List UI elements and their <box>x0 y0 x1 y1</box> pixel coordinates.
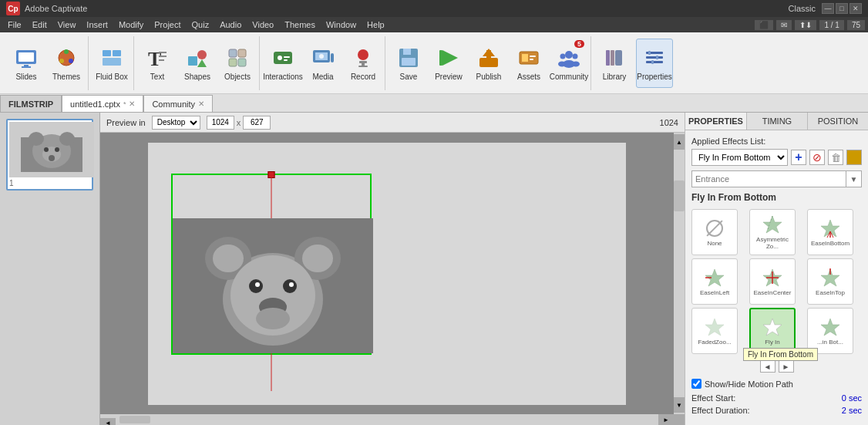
canvas-hscrollbar[interactable]: ◄ ► <box>100 414 674 425</box>
svg-text:T: T <box>148 48 161 70</box>
svg-point-68 <box>55 147 59 152</box>
assets-icon <box>516 46 541 70</box>
effect-fadedzoom[interactable]: FadedZoo... <box>691 308 738 354</box>
menu-modify[interactable]: Modify <box>114 19 148 31</box>
menu-themes[interactable]: Themes <box>280 19 320 31</box>
entrance-arrow[interactable]: ▼ <box>846 170 862 187</box>
fluidbox-icon <box>99 46 124 70</box>
effects-select[interactable]: Fly In From Bottom <box>691 149 788 166</box>
folder-effect-button[interactable] <box>846 150 862 165</box>
flyinfrombot-label: Fly In <box>765 339 780 346</box>
themes-button[interactable]: Themes <box>48 39 85 88</box>
easeinbottom-label: EaseInBottom <box>811 241 849 248</box>
minimize-button[interactable]: — <box>822 3 834 14</box>
effect-inbot[interactable]: ...in Bot... <box>807 308 853 354</box>
properties-button[interactable]: Properties <box>636 39 673 88</box>
record-label: Record <box>351 73 375 81</box>
delete-effect-button[interactable]: 🗑 <box>828 150 843 165</box>
canvas-vscrollbar[interactable]: ▲ ▼ <box>674 133 685 414</box>
tab-properties[interactable]: PROPERTIES <box>685 113 747 130</box>
slides-button[interactable]: Slides <box>8 39 45 88</box>
menu-project[interactable]: Project <box>150 19 185 31</box>
media-label: Media <box>312 73 333 81</box>
easeinleft-icon <box>704 267 725 288</box>
entrance-input[interactable] <box>691 170 846 187</box>
menu-video[interactable]: Video <box>247 19 278 31</box>
effects-nav-right[interactable]: ► <box>779 360 794 373</box>
tab-untitled1[interactable]: untitled1.cptx * ✕ <box>62 95 143 112</box>
effects-nav-left[interactable]: ◄ <box>760 360 775 373</box>
save-icon <box>396 46 421 70</box>
selected-object[interactable] <box>171 174 372 355</box>
svg-rect-25 <box>284 59 288 61</box>
easeintop-icon <box>819 267 841 288</box>
svg-point-30 <box>358 49 368 60</box>
objects-icon <box>225 46 250 70</box>
effect-duration-value[interactable]: 2 sec <box>842 406 862 415</box>
record-button[interactable]: Record <box>345 39 382 88</box>
effect-easeincenter[interactable]: EaseInCenter <box>749 258 796 305</box>
media-button[interactable]: Media <box>304 39 341 88</box>
effect-title: Fly In From Bottom <box>691 192 862 203</box>
community-label: Community <box>550 73 589 81</box>
effect-easeinleft[interactable]: EaseInLeft <box>691 258 738 305</box>
easeincenter-icon <box>762 267 783 288</box>
text-button[interactable]: T Text <box>139 39 176 88</box>
svg-rect-52 <box>606 50 610 66</box>
preview-button[interactable]: Preview <box>430 39 467 88</box>
library-button[interactable]: Library <box>596 39 633 88</box>
panel-tabs: PROPERTIES TIMING POSITION <box>685 113 868 130</box>
tab-close-untitled1[interactable]: ✕ <box>129 100 135 108</box>
motion-path-checkbox[interactable] <box>691 379 701 389</box>
toolbar: Slides Themes Flui <box>0 32 868 94</box>
add-effect-button[interactable]: + <box>791 150 806 165</box>
slides-label: Slides <box>15 73 36 81</box>
assets-button[interactable]: Assets <box>510 39 547 88</box>
shapes-label: Shapes <box>184 73 210 81</box>
svg-rect-54 <box>615 50 622 66</box>
preview-mode-select[interactable]: Desktop Mobile Tablet <box>152 116 200 130</box>
maximize-button[interactable]: □ <box>836 3 848 14</box>
menu-audio[interactable]: Audio <box>215 19 246 31</box>
svg-rect-38 <box>439 50 442 66</box>
svg-point-51 <box>572 61 580 66</box>
svg-rect-53 <box>611 50 614 66</box>
tab-close-community[interactable]: ✕ <box>198 100 204 108</box>
effects-grid: None Asymmetric Zo... <box>691 209 862 354</box>
menu-help[interactable]: Help <box>362 19 389 31</box>
menu-quiz[interactable]: Quiz <box>187 19 214 31</box>
tab-timing[interactable]: TIMING <box>747 113 808 130</box>
close-button[interactable]: ✕ <box>849 3 862 14</box>
effect-asymmetric[interactable]: Asymmetric Zo... <box>749 209 796 255</box>
preview-in-label: Preview in <box>106 118 146 127</box>
menu-view[interactable]: View <box>53 19 81 31</box>
filmstrip-slide-1-preview <box>9 122 94 177</box>
tab-filmstrip[interactable]: FILMSTRIP <box>0 95 62 112</box>
svg-marker-98 <box>705 319 724 336</box>
tab-community[interactable]: Community ✕ <box>143 95 213 112</box>
fluidbox-button[interactable]: Fluid Box <box>93 39 130 88</box>
canvas-height-input[interactable] <box>243 116 271 130</box>
menu-insert[interactable]: Insert <box>82 19 113 31</box>
remove-effect-button[interactable]: ⊘ <box>809 150 825 165</box>
svg-rect-8 <box>103 50 111 56</box>
save-button[interactable]: Save <box>390 39 427 88</box>
effect-flyinfrombot[interactable]: Fly In Fly In From Bottom <box>749 308 796 354</box>
effect-easeintop[interactable]: EaseInTop <box>807 258 853 305</box>
svg-rect-9 <box>113 50 121 56</box>
svg-rect-57 <box>646 61 663 63</box>
canvas-width-input[interactable] <box>207 116 234 130</box>
community-button[interactable]: 5 Community <box>550 39 587 88</box>
menu-file[interactable]: File <box>3 19 26 31</box>
menu-window[interactable]: Window <box>321 19 361 31</box>
effect-easeinbottom[interactable]: EaseInBottom <box>807 209 853 255</box>
interactions-button[interactable]: Interactions <box>264 39 301 88</box>
publish-button[interactable]: Publish <box>470 39 507 88</box>
effect-none[interactable]: None <box>691 209 738 255</box>
objects-button[interactable]: Objects <box>219 39 256 88</box>
shapes-button[interactable]: Shapes <box>179 39 216 88</box>
filmstrip-slide-1[interactable]: 1 <box>6 119 93 191</box>
menu-edit[interactable]: Edit <box>28 19 52 31</box>
effect-start-value[interactable]: 0 sec <box>842 393 862 403</box>
tab-position[interactable]: POSITION <box>808 113 868 130</box>
